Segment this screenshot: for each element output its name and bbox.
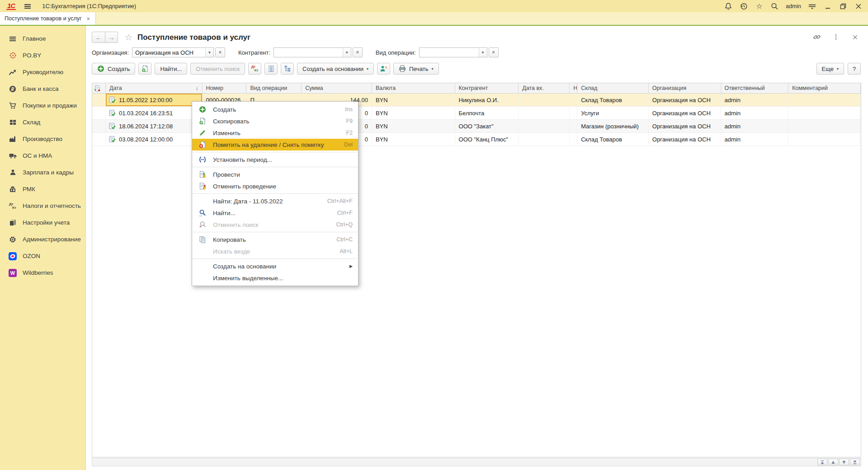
find-button[interactable]: Найти...	[155, 63, 187, 75]
cell-currency: BYN	[372, 107, 455, 119]
search-glass-icon[interactable]	[770, 2, 779, 10]
tab-label: Поступление товаров и услуг	[5, 15, 82, 22]
bell-icon[interactable]	[724, 2, 733, 10]
filter-input[interactable]: ▾	[419, 47, 487, 57]
menu-item-create[interactable]: Создать Ins	[192, 103, 358, 115]
service-menu-icon[interactable]	[808, 2, 816, 10]
create-button[interactable]: Создать	[92, 63, 135, 75]
scroll-up-button[interactable]	[828, 459, 838, 465]
cell-organization: Организация на ОСН	[649, 133, 721, 146]
hierarchy-icon	[284, 65, 291, 72]
sidebar-item-ozon[interactable]: OZON	[0, 248, 85, 264]
scroll-down-button[interactable]	[839, 459, 849, 465]
responsible-button[interactable]: ?	[377, 63, 390, 75]
sidebar-item-sklad[interactable]: Склад	[0, 114, 85, 131]
sidebar-item-administrirovanie[interactable]: Администрирование	[0, 231, 85, 248]
menu-separator	[193, 152, 358, 152]
menu-item-find-date[interactable]: Найти: Дата - 11.05.2022 Ctrl+Alt+F	[192, 195, 358, 207]
help-button[interactable]: ?	[848, 63, 861, 75]
menu-item-set-period[interactable]: Установить период...	[192, 154, 358, 165]
main-menu-icon[interactable]	[24, 3, 31, 10]
menu-item-copy-clipboard[interactable]: Копировать Ctrl+C	[192, 234, 358, 245]
column-header-sum[interactable]: Сумма	[302, 83, 372, 93]
column-header-date[interactable]: Дата↓	[106, 83, 203, 93]
sidebar-item-bank-i-kassa[interactable]: ₽ Банк и касса	[0, 80, 85, 97]
sidebar-item-pokupki-i-prodazhi[interactable]: Покупки и продажи	[0, 97, 85, 114]
sidebar-item-rmk[interactable]: РМК	[0, 181, 85, 197]
favorites-star-icon[interactable]: ☆	[755, 2, 764, 10]
dtkt-button[interactable]: ДтКт	[248, 63, 261, 75]
column-header-responsible[interactable]: Ответственный	[721, 83, 789, 93]
column-header-n[interactable]: Н	[570, 83, 577, 93]
sidebar-item-zarplata-i-kadry[interactable]: Зарплата и кадры	[0, 164, 85, 181]
column-header-settings[interactable]	[92, 83, 106, 93]
form-close-icon[interactable]	[851, 33, 859, 41]
minimize-icon[interactable]	[823, 2, 832, 10]
window-title: 1С:Бухгалтерия (1С:Предприятие)	[42, 3, 136, 9]
column-header-number[interactable]: Номер	[203, 83, 247, 93]
print-button[interactable]: Печать▾	[393, 63, 439, 75]
history-icon[interactable]	[740, 2, 748, 10]
filter-clear-button[interactable]: ×	[489, 47, 499, 57]
column-header-label: Комментарий	[792, 85, 828, 91]
column-header-contractor[interactable]: Контрагент	[455, 83, 519, 93]
chevron-down-icon[interactable]: ▾	[205, 48, 213, 57]
more-button[interactable]: Еще ▾	[816, 63, 844, 75]
sidebar-item-nalogi-i-otchetnost[interactable]: ДтКт Налоги и отчетность	[0, 197, 85, 214]
scroll-top-button[interactable]	[817, 459, 827, 465]
filter-input[interactable]: ▾	[274, 47, 351, 57]
command-bar: СоздатьНайти...Отменить поискДтКтСоздать…	[92, 63, 439, 75]
sidebar-item-rukovoditelyu[interactable]: Руководителю	[0, 64, 85, 80]
back-button[interactable]: ←	[92, 32, 105, 42]
sidebar-item-glavnoe[interactable]: Главное	[0, 30, 85, 47]
sidebar-item-wildberries[interactable]: W Wildberries	[0, 264, 85, 281]
restore-icon[interactable]	[839, 2, 847, 10]
tab-close-icon[interactable]: ×	[85, 15, 91, 22]
column-header-operation[interactable]: Вид операции	[246, 83, 302, 93]
menu-item-mark-deletion[interactable]: Пометить на удаление / Снять пометку Del	[192, 139, 358, 150]
filter-clear-button[interactable]: ×	[353, 47, 363, 57]
close-icon[interactable]	[854, 2, 863, 10]
chevron-down-icon[interactable]: ▾	[479, 48, 487, 57]
column-header-organization[interactable]: Организация	[649, 83, 721, 93]
column-header-comment[interactable]: Комментарий	[788, 83, 861, 93]
menu-item-post[interactable]: Провести	[192, 169, 358, 180]
copy-document-button[interactable]	[138, 63, 151, 75]
sidebar-item-po-by[interactable]: PO.BY	[0, 47, 85, 64]
menu-item-find[interactable]: Найти... Ctrl+F	[192, 207, 358, 219]
cell-comment	[788, 94, 861, 106]
link-icon[interactable]	[813, 33, 821, 41]
filter-input[interactable]: Организация на ОСН ▾	[132, 47, 214, 57]
favorite-star-icon[interactable]: ☆	[125, 33, 132, 42]
menu-item-create-based-on[interactable]: Создать на основании ▶	[192, 260, 358, 272]
kebab-menu-icon[interactable]	[832, 33, 840, 41]
menu-item-copy[interactable]: Скопировать F9	[192, 115, 358, 127]
cell-contractor: ООО "Закат"	[455, 120, 519, 132]
sidebar-item-os-i-nma[interactable]: ОС и НМА	[0, 147, 85, 164]
chevron-down-icon[interactable]: ▾	[343, 48, 351, 57]
create-based-on-button[interactable]: Создать на основании▾	[297, 63, 374, 75]
scroll-bottom-button[interactable]	[850, 459, 860, 465]
submenu-arrow-icon: ▶	[349, 264, 353, 268]
cell-responsible: admin	[721, 120, 789, 132]
sidebar-item-nastroyki-ucheta[interactable]: Настройки учета	[0, 214, 85, 231]
cell-date_in	[519, 133, 570, 146]
column-header-currency[interactable]: Валюта	[372, 83, 455, 93]
list-view-button[interactable]	[264, 63, 278, 75]
menu-item-edit-selected[interactable]: Изменить выделенные...	[192, 272, 358, 284]
tab-receipt-goods-services[interactable]: Поступление товаров и услуг ×	[0, 12, 96, 25]
hierarchy-view-button[interactable]	[281, 63, 294, 75]
forward-button[interactable]: →	[105, 32, 118, 42]
column-header-warehouse[interactable]: Склад	[577, 83, 649, 93]
column-header-date_in[interactable]: Дата вх.	[519, 83, 570, 93]
menu-item-edit[interactable]: Изменить F2	[192, 127, 358, 139]
wildberries-icon: W	[9, 269, 17, 277]
chevron-down-icon: ▾	[432, 67, 434, 71]
filter-clear-button[interactable]: ×	[215, 47, 225, 57]
filter-label: Вид операции:	[376, 49, 416, 56]
sidebar-item-proizvodstvo[interactable]: Производство	[0, 131, 85, 147]
filter-label: Контрагент:	[238, 49, 270, 56]
menu-separator	[193, 232, 358, 232]
chevron-down-icon: ▾	[837, 67, 839, 71]
menu-item-unpost[interactable]: Отменить проведение	[192, 180, 358, 192]
